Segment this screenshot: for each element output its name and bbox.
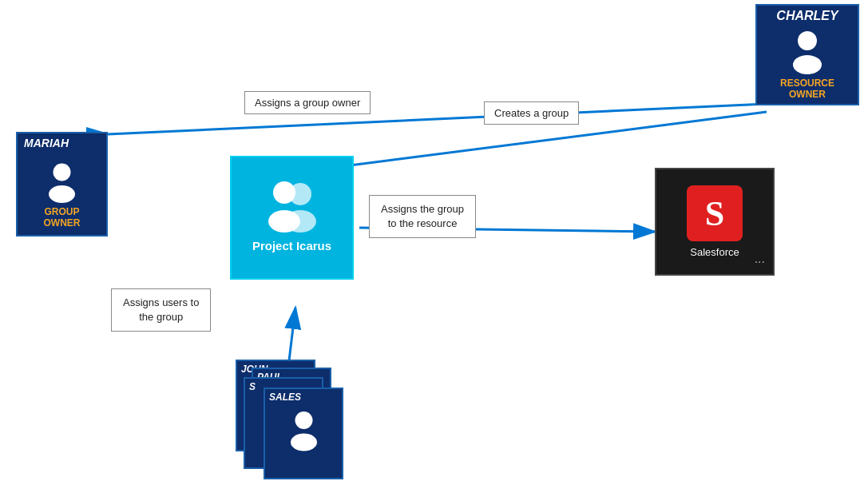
label-assigns-group-resource: Assigns the groupto the resource <box>369 195 476 238</box>
svg-point-5 <box>49 185 75 203</box>
svg-point-3 <box>793 55 822 74</box>
mariah-avatar <box>40 159 84 203</box>
svg-point-15 <box>291 434 317 451</box>
svg-point-9 <box>268 210 300 233</box>
mariah-card: MARIAH GROUPOWNER <box>16 132 108 237</box>
salesforce-logo: S <box>687 185 743 241</box>
arrow-assigns-group-owner <box>108 104 767 134</box>
charley-name: CHARLEY <box>767 6 847 26</box>
mariah-name: MARIAH <box>18 133 106 153</box>
salesforce-label: Salesforce <box>690 246 739 258</box>
charley-role: RESOURCEOWNER <box>777 74 838 104</box>
svg-point-4 <box>54 164 71 181</box>
svg-point-8 <box>273 181 295 204</box>
charley-card: CHARLEY RESOURCEOWNER <box>755 4 859 105</box>
label-assigns-group-owner: Assigns a group owner <box>244 91 371 114</box>
label-assigns-users: Assigns users tothe group <box>111 288 211 332</box>
charley-avatar <box>783 26 831 74</box>
group-icon <box>256 180 328 236</box>
sales-avatar <box>282 405 326 453</box>
svg-point-14 <box>295 411 312 429</box>
sales-card: SALES <box>264 388 343 479</box>
salesforce-dots: ··· <box>755 255 765 269</box>
project-icarus-card: Project Icarus <box>230 156 354 280</box>
label-creates-group: Creates a group <box>484 101 579 125</box>
project-icarus-label: Project Icarus <box>249 236 335 256</box>
mariah-role: GROUPOWNER <box>44 206 81 229</box>
salesforce-card: S Salesforce ··· <box>655 168 775 276</box>
svg-point-2 <box>798 31 817 50</box>
sales-name: SALES <box>265 389 342 405</box>
